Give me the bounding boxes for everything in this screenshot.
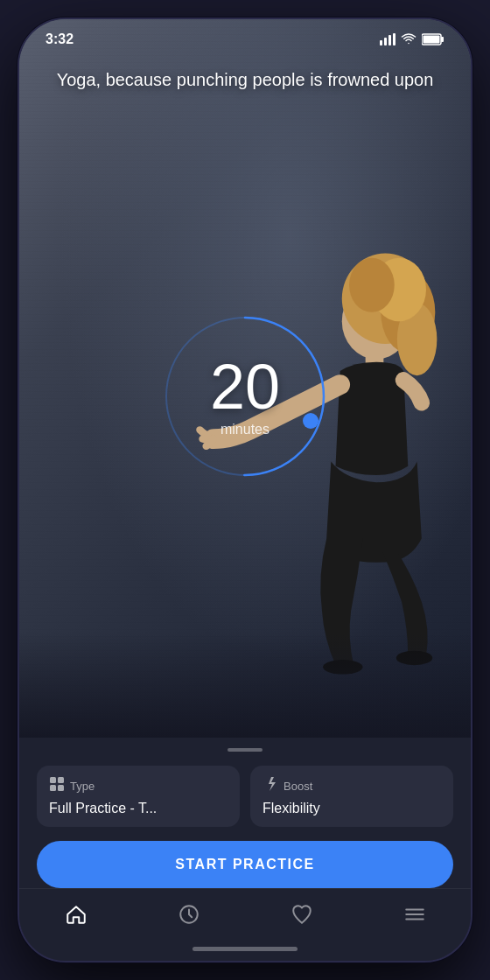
status-time: 3:32	[46, 32, 74, 47]
hero-fade	[19, 633, 471, 738]
signal-icon	[380, 33, 396, 46]
nav-bar	[19, 888, 471, 936]
hero-quote: Yoga, because punching people is frowned…	[19, 67, 471, 92]
boost-header: Boost	[262, 776, 441, 795]
start-practice-button[interactable]: START PRACTICE	[37, 841, 453, 888]
type-header: Type	[49, 776, 228, 795]
status-icons	[380, 33, 444, 46]
boost-icon	[262, 776, 278, 795]
nav-home[interactable]	[51, 900, 102, 929]
type-label: Type	[70, 780, 94, 793]
bottom-panel: Type Full Practice - T... Boost Flexibil…	[19, 738, 471, 888]
svg-point-18	[303, 413, 318, 429]
phone-shell: 3:32	[18, 18, 472, 962]
timer-unit: minutes	[210, 422, 280, 438]
type-value: Full Practice - T...	[49, 801, 228, 816]
boost-label: Boost	[284, 780, 312, 793]
svg-rect-0	[380, 40, 382, 46]
history-icon	[178, 903, 200, 926]
type-icon	[49, 776, 65, 795]
wifi-icon	[401, 33, 416, 46]
svg-point-12	[349, 258, 395, 312]
nav-favorites[interactable]	[276, 900, 327, 929]
home-icon	[65, 903, 88, 926]
svg-rect-3	[393, 33, 396, 46]
status-bar: 3:32	[19, 19, 471, 47]
battery-icon	[422, 33, 444, 46]
svg-rect-6	[424, 36, 440, 44]
svg-rect-2	[388, 35, 391, 46]
boost-card[interactable]: Boost Flexibility	[250, 766, 453, 827]
nav-history[interactable]	[164, 900, 214, 929]
nav-menu[interactable]	[389, 900, 440, 929]
timer-value: 20	[210, 355, 280, 418]
svg-rect-19	[50, 777, 56, 783]
menu-icon	[403, 903, 426, 926]
options-row: Type Full Practice - T... Boost Flexibil…	[37, 766, 453, 827]
svg-rect-22	[58, 785, 64, 791]
svg-rect-20	[58, 777, 64, 783]
type-card[interactable]: Type Full Practice - T...	[37, 766, 240, 827]
drag-handle	[228, 748, 262, 752]
hero-area: Yoga, because punching people is frowned…	[19, 19, 471, 738]
home-bar	[192, 947, 298, 951]
heart-icon	[290, 903, 313, 926]
svg-rect-21	[50, 785, 56, 791]
svg-rect-5	[441, 37, 444, 42]
home-indicator	[19, 936, 471, 961]
svg-rect-1	[384, 38, 387, 46]
timer-container: 20 minutes	[158, 309, 332, 484]
timer-display: 20 minutes	[210, 355, 280, 438]
boost-value: Flexibility	[262, 801, 441, 816]
